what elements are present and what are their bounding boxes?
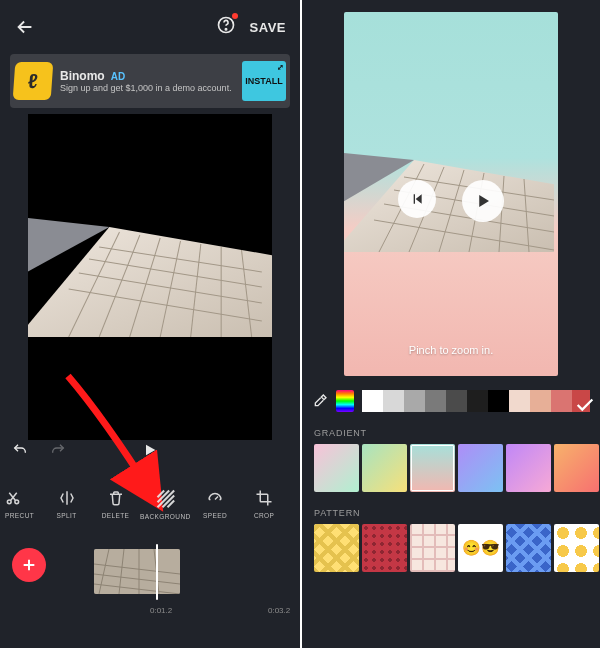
confirm-button[interactable] [574, 394, 596, 420]
pattern-swatch[interactable] [554, 524, 599, 572]
color-row [312, 390, 590, 412]
color-swatch[interactable] [488, 390, 509, 412]
background-preview[interactable]: Pinch to zoom in. [344, 12, 558, 376]
svg-rect-17 [94, 549, 180, 594]
pattern-swatch[interactable] [314, 524, 359, 572]
gradient-swatch[interactable] [554, 444, 599, 492]
pattern-swatch[interactable] [506, 524, 551, 572]
toolbar-label: BACKGROUND [140, 513, 191, 520]
toolbar-label: SPLIT [56, 512, 76, 519]
color-swatch[interactable] [404, 390, 425, 412]
play-button[interactable] [462, 180, 504, 222]
ad-text: Binomo AD Sign up and get $1,000 in a de… [60, 69, 234, 93]
color-swatch[interactable] [551, 390, 572, 412]
split-tool[interactable]: SPLIT [42, 474, 91, 534]
toolbar-label: CROP [254, 512, 274, 519]
svg-point-16 [15, 500, 19, 504]
gradient-swatch[interactable] [362, 444, 407, 492]
video-preview[interactable] [28, 114, 272, 440]
timeline-clip[interactable] [94, 549, 180, 594]
gradient-swatches [314, 444, 600, 492]
preview-frame [28, 217, 272, 337]
timeline-playhead[interactable] [156, 544, 158, 600]
color-swatch[interactable] [509, 390, 530, 412]
notification-dot [232, 13, 238, 19]
back-button[interactable] [14, 16, 36, 38]
color-swatch[interactable] [383, 390, 404, 412]
help-button[interactable] [216, 15, 236, 39]
undo-button[interactable] [10, 442, 30, 462]
zoom-hint: Pinch to zoom in. [344, 344, 558, 356]
ad-app-icon: ℓ [13, 62, 54, 100]
eyedropper-button[interactable] [312, 392, 328, 410]
color-swatch[interactable] [425, 390, 446, 412]
ad-banner[interactable]: ℓ Binomo AD Sign up and get $1,000 in a … [10, 54, 290, 108]
gradient-swatch-selected[interactable] [410, 444, 455, 492]
svg-point-1 [225, 29, 226, 30]
speed-tool[interactable]: SPEED [191, 474, 240, 534]
editor-main-screen: SAVE ℓ Binomo AD Sign up and get $1,000 … [0, 0, 302, 648]
pattern-swatches: 😊😎 [314, 524, 600, 572]
play-button[interactable] [142, 441, 158, 463]
section-label-pattern: PATTERN [314, 508, 600, 518]
color-swatch[interactable] [530, 390, 551, 412]
gradient-swatch[interactable] [458, 444, 503, 492]
save-button[interactable]: SAVE [250, 20, 286, 35]
color-swatch[interactable] [362, 390, 383, 412]
pattern-swatch[interactable] [362, 524, 407, 572]
solid-color-swatches [362, 390, 590, 412]
redo-button[interactable] [48, 442, 68, 462]
ad-title: Binomo [60, 69, 105, 83]
skip-back-button[interactable] [398, 180, 436, 218]
pattern-swatch[interactable] [410, 524, 455, 572]
timecode-current: 0:01.2 [150, 606, 172, 615]
crop-tool[interactable]: CROP [240, 474, 289, 534]
ad-tag: AD [111, 71, 125, 82]
toolbar-label: PRECUT [5, 512, 34, 519]
pattern-swatch[interactable]: 😊😎 [458, 524, 503, 572]
background-picker-screen: Pinch to zoom in. GRADIENT PATTERN � [302, 0, 600, 648]
precut-tool[interactable]: PRECUT [0, 474, 42, 534]
edit-toolbar: PRECUT SPLIT DELETE BACKGROUND SPEED CRO… [0, 474, 300, 534]
volume-tool[interactable]: VOLUM [289, 474, 300, 534]
section-label-gradient: GRADIENT [314, 428, 600, 438]
color-swatch[interactable] [446, 390, 467, 412]
color-swatch[interactable] [467, 390, 488, 412]
header: SAVE [0, 0, 300, 54]
toolbar-label: DELETE [102, 512, 130, 519]
timecode-end: 0:03.2 [268, 606, 290, 615]
add-media-button[interactable] [12, 548, 46, 582]
background-tool[interactable]: BACKGROUND [140, 474, 191, 534]
delete-tool[interactable]: DELETE [91, 474, 140, 534]
gradient-swatch[interactable] [506, 444, 551, 492]
ad-subtitle: Sign up and get $1,000 in a demo account… [60, 83, 234, 93]
gradient-swatch[interactable] [314, 444, 359, 492]
toolbar-label: SPEED [203, 512, 227, 519]
install-button[interactable]: INSTALL ⤢ [242, 61, 286, 101]
open-icon: ⤢ [277, 63, 284, 72]
color-spectrum[interactable] [336, 390, 354, 412]
svg-point-15 [7, 500, 11, 504]
